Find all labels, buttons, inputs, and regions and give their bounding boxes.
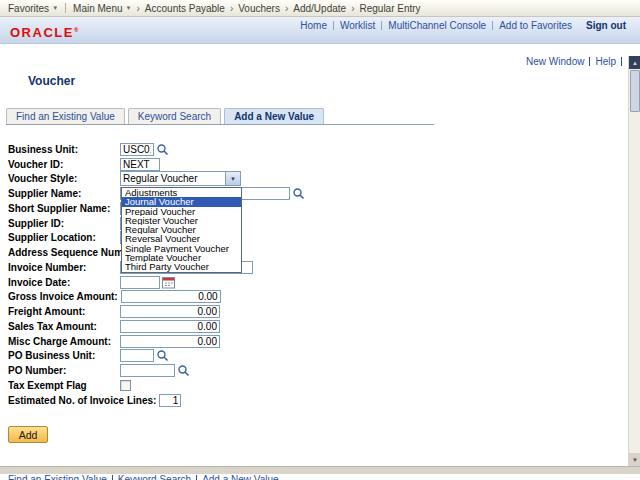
dropdown-option-register-voucher[interactable]: Register Voucher [122, 216, 241, 225]
breadcrumb-item-accounts-payable[interactable]: Accounts Payable [145, 3, 225, 14]
oracle-logo: ORACLE® [10, 25, 78, 40]
tab-keyword-search[interactable]: Keyword Search [128, 108, 221, 124]
dropdown-option-prepaid-voucher[interactable]: Prepaid Voucher [122, 207, 241, 216]
add-to-favorites-link[interactable]: Add to Favorites [499, 20, 572, 31]
tab-find-existing-value[interactable]: Find an Existing Value [6, 108, 125, 124]
breadcrumb-separator: › [351, 3, 354, 14]
misc-charge-amount-input[interactable] [120, 335, 220, 348]
field-label: Sales Tax Amount: [8, 321, 120, 332]
field-label: Supplier Location: [8, 232, 120, 243]
breadcrumb: Favorites ▼ Main Menu ▼ › Accounts Payab… [0, 0, 640, 17]
favorites-menu-label: Favorites [8, 3, 49, 14]
breadcrumb-separator: › [285, 3, 288, 14]
field-row-sales-tax-amount: Sales Tax Amount: [8, 319, 305, 334]
sign-out-link[interactable]: Sign out [586, 20, 626, 31]
favorites-menu[interactable]: Favorites ▼ [8, 3, 58, 14]
scroll-up-button[interactable]: ▲ [629, 56, 640, 69]
vertical-scrollbar[interactable]: ▲ ▼ [628, 56, 640, 466]
field-label: Voucher ID: [8, 159, 120, 170]
po-business-unit-input[interactable] [120, 349, 154, 362]
field-row-po-business-unit: PO Business Unit: [8, 349, 305, 364]
business-unit-input[interactable] [120, 143, 154, 156]
field-row-misc-charge-amount: Misc Charge Amount: [8, 334, 305, 349]
divider [381, 21, 382, 30]
po-business-unit-lookup-icon[interactable] [156, 349, 169, 362]
page-title: Voucher [28, 74, 75, 88]
breadcrumb-item-vouchers[interactable]: Vouchers [238, 3, 280, 14]
divider [333, 21, 334, 30]
help-link[interactable]: Help [595, 56, 616, 67]
field-label: Supplier Name: [8, 188, 120, 199]
dropdown-option-adjustments[interactable]: Adjustments [122, 188, 241, 197]
dropdown-option-third-party-voucher[interactable]: Third Party Voucher [122, 262, 241, 271]
field-row-business-unit: Business Unit: [8, 142, 305, 157]
footer-link-add-new-value[interactable]: Add a New Value [202, 474, 279, 480]
header-links: Home Worklist MultiChannel Console Add t… [294, 20, 626, 31]
voucher-id-input[interactable] [120, 158, 160, 171]
tax-exempt-flag-checkbox[interactable] [120, 380, 131, 391]
field-row-voucher-id: Voucher ID: [8, 157, 305, 172]
footer-links: Find an Existing Value Keyword Search Ad… [8, 474, 279, 480]
breadcrumb-separator: › [230, 3, 233, 14]
divider [112, 475, 113, 480]
field-label: Supplier ID: [8, 218, 120, 229]
dropdown-option-single-payment-voucher[interactable]: Single Payment Voucher [122, 244, 241, 253]
field-label: Invoice Number: [8, 262, 120, 273]
field-row-gross-invoice-amount: Gross Invoice Amount: [8, 290, 305, 305]
main-menu[interactable]: Main Menu ▼ [73, 3, 131, 14]
scrollbar-thumb[interactable] [630, 70, 640, 112]
po-number-lookup-icon[interactable] [177, 364, 190, 377]
gross-invoice-amount-input[interactable] [121, 290, 221, 303]
horizontal-scrollbar[interactable] [0, 466, 640, 474]
field-label: Estimated No. of Invoice Lines: [8, 395, 159, 406]
field-row-voucher-style: Voucher Style: Regular Voucher ▼ [8, 172, 305, 187]
dropdown-option-journal-voucher[interactable]: Journal Voucher [122, 197, 241, 206]
multichannel-console-link[interactable]: MultiChannel Console [388, 20, 486, 31]
main-menu-label: Main Menu [73, 3, 122, 14]
divider [492, 21, 493, 30]
chevron-down-icon: ▼ [126, 5, 132, 11]
divider [196, 475, 197, 480]
voucher-style-select[interactable]: Regular Voucher ▼ [120, 171, 241, 186]
breadcrumb-item-regular-entry[interactable]: Regular Entry [359, 3, 420, 14]
footer-link-keyword-search[interactable]: Keyword Search [118, 474, 191, 480]
estimated-invoice-lines-input[interactable] [159, 394, 181, 407]
field-row-tax-exempt-flag: Tax Exempt Flag [8, 378, 305, 393]
freight-amount-input[interactable] [120, 305, 220, 318]
select-dropdown-button[interactable]: ▼ [225, 172, 240, 185]
dropdown-option-reversal-voucher[interactable]: Reversal Voucher [122, 234, 241, 243]
field-row-estimated-invoice-lines: Estimated No. of Invoice Lines: [8, 393, 305, 408]
divider [589, 57, 590, 66]
supplier-name-lookup-icon[interactable] [292, 187, 305, 200]
scroll-down-button[interactable]: ▼ [629, 453, 640, 466]
dropdown-option-regular-voucher[interactable]: Regular Voucher [122, 225, 241, 234]
footer-link-find-existing-value[interactable]: Find an Existing Value [8, 474, 107, 480]
add-voucher-form: Business Unit: Voucher ID: Voucher Style… [8, 142, 305, 408]
app-header: ORACLE® Home Worklist MultiChannel Conso… [0, 17, 640, 44]
po-number-input[interactable] [120, 364, 175, 377]
field-label: Short Supplier Name: [8, 203, 120, 214]
worklist-link[interactable]: Worklist [340, 20, 375, 31]
breadcrumb-item-add-update[interactable]: Add/Update [293, 3, 346, 14]
add-button[interactable]: Add [8, 426, 48, 443]
home-link[interactable]: Home [300, 20, 327, 31]
dropdown-option-template-voucher[interactable]: Template Voucher [122, 253, 241, 262]
business-unit-lookup-icon[interactable] [156, 143, 169, 156]
field-label: Gross Invoice Amount: [8, 291, 121, 302]
calendar-icon[interactable] [162, 276, 175, 289]
field-label: Invoice Date: [8, 277, 120, 288]
field-label: Voucher Style: [8, 173, 120, 184]
divider [621, 57, 622, 66]
utility-links: New Window Help [521, 56, 622, 67]
tab-strip: Find an Existing Value Keyword Search Ad… [6, 107, 434, 125]
sales-tax-amount-input[interactable] [120, 320, 220, 333]
invoice-date-input[interactable] [120, 276, 160, 289]
tab-add-new-value[interactable]: Add a New Value [224, 108, 324, 124]
voucher-style-dropdown-list: Adjustments Journal Voucher Prepaid Vouc… [121, 187, 242, 273]
chevron-down-icon: ▼ [52, 5, 58, 11]
voucher-style-selected-value: Regular Voucher [121, 173, 225, 184]
new-window-link[interactable]: New Window [526, 56, 584, 67]
field-row-invoice-date: Invoice Date: [8, 275, 305, 290]
field-label: Freight Amount: [8, 306, 120, 317]
field-row-freight-amount: Freight Amount: [8, 304, 305, 319]
